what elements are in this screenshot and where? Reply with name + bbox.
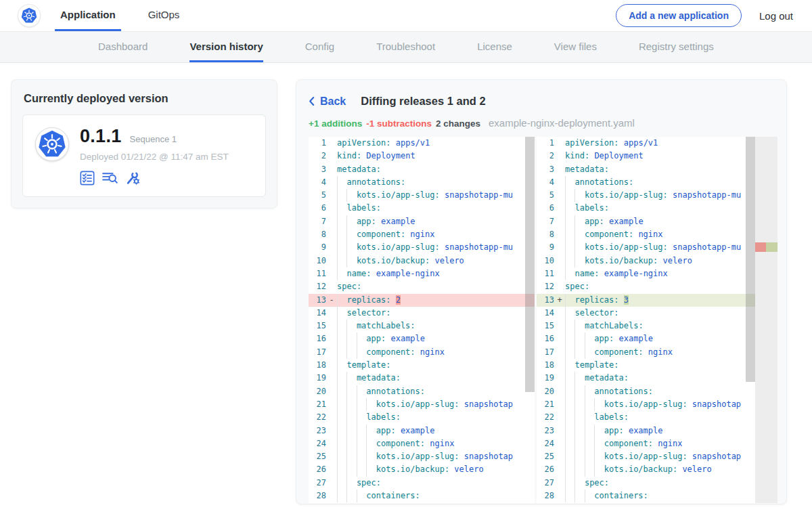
indent-guide bbox=[585, 411, 594, 424]
chevron-left-icon bbox=[309, 96, 315, 106]
indent-guide bbox=[574, 320, 584, 332]
code-text: app: example bbox=[604, 425, 663, 437]
diff-sign bbox=[554, 137, 565, 150]
code-line: 7app: example bbox=[309, 215, 535, 228]
code-line: 6labels: bbox=[537, 202, 777, 215]
diff-sign bbox=[326, 150, 337, 162]
code-line: 26kots.io/backup: velero bbox=[537, 463, 777, 476]
line-number: 25 bbox=[309, 450, 326, 463]
indent-guide bbox=[574, 437, 584, 450]
code-line: 14selector: bbox=[537, 307, 777, 320]
back-button[interactable]: Back bbox=[309, 95, 346, 108]
diff-pane-modified[interactable]: 1apiVersion: apps/v12kind: Deployment3me… bbox=[537, 137, 777, 503]
tab-version-history[interactable]: Version history bbox=[189, 32, 263, 62]
indent-guide bbox=[574, 255, 584, 267]
indent-guide bbox=[574, 477, 584, 490]
indent-guide bbox=[337, 437, 346, 450]
code-text: kots.io/backup: velero bbox=[357, 255, 464, 267]
logout-link[interactable]: Log out bbox=[759, 10, 793, 22]
indent-guide bbox=[565, 359, 574, 372]
tab-application[interactable]: Application bbox=[55, 0, 121, 31]
line-number: 23 bbox=[537, 425, 554, 437]
diff-pane-original[interactable]: 1apiVersion: apps/v12kind: Deployment3me… bbox=[309, 137, 535, 503]
tab-view-files[interactable]: View files bbox=[554, 32, 597, 62]
diff-sign bbox=[554, 411, 565, 424]
code-line: 13-replicas: 2 bbox=[309, 294, 535, 307]
version-label: 0.1.1 bbox=[80, 126, 122, 147]
diff-sign bbox=[326, 359, 337, 372]
release-notes-checklist-icon[interactable] bbox=[80, 171, 95, 186]
indent-guide bbox=[585, 346, 594, 359]
diff-panes: 1apiVersion: apps/v12kind: Deployment3me… bbox=[309, 137, 777, 503]
tab-gitops[interactable]: GitOps bbox=[143, 0, 185, 31]
indent-guide bbox=[346, 320, 356, 332]
diff-filename: example-nginx-deployment.yaml bbox=[489, 117, 635, 129]
tab-dashboard[interactable]: Dashboard bbox=[98, 32, 148, 62]
code-line: 23app: example bbox=[309, 425, 535, 437]
indent-guide bbox=[357, 490, 366, 502]
code-text: kots.io/app-slug: snapshotapp-mu bbox=[357, 189, 513, 202]
indent-guide bbox=[337, 332, 346, 345]
diff-sign bbox=[326, 280, 337, 293]
line-number: 21 bbox=[537, 398, 554, 411]
add-application-button[interactable]: Add a new application bbox=[616, 4, 742, 27]
code-text: spec: bbox=[585, 477, 609, 490]
code-text: selector: bbox=[574, 307, 618, 320]
tab-troubleshoot[interactable]: Troubleshoot bbox=[376, 32, 435, 62]
indent-guide bbox=[565, 437, 574, 450]
indent-guide bbox=[337, 267, 346, 280]
line-number: 15 bbox=[537, 320, 554, 332]
diff-sign bbox=[326, 450, 337, 463]
indent-guide bbox=[346, 490, 356, 502]
indent-guide bbox=[337, 215, 346, 228]
code-line: 16app: example bbox=[309, 332, 535, 345]
indent-guide bbox=[574, 490, 584, 502]
code-line: 10kots.io/backup: velero bbox=[537, 255, 777, 267]
indent-guide bbox=[337, 307, 346, 320]
diff-sign bbox=[554, 307, 565, 320]
code-text: component: nginx bbox=[585, 228, 663, 241]
code-line: 25kots.io/app-slug: snapshotap bbox=[537, 450, 777, 463]
diff-sign bbox=[326, 228, 337, 241]
indent-guide bbox=[565, 255, 574, 267]
diff-sign bbox=[554, 425, 565, 437]
code-text: component: nginx bbox=[594, 346, 673, 359]
indent-guide bbox=[346, 411, 356, 424]
code-line: 21kots.io/app-slug: snapshotap bbox=[309, 398, 535, 411]
indent-guide bbox=[337, 176, 346, 189]
indent-guide bbox=[337, 398, 346, 411]
indent-guide bbox=[565, 463, 574, 476]
indent-guide bbox=[594, 463, 604, 476]
indent-guide bbox=[565, 320, 574, 332]
changes-count: 2 changes bbox=[436, 118, 480, 129]
tab-license[interactable]: License bbox=[477, 32, 512, 62]
line-number: 7 bbox=[537, 215, 554, 228]
line-number: 28 bbox=[537, 490, 554, 502]
currently-deployed-card: Currently deployed version 0.1.1 Sequenc… bbox=[11, 79, 277, 209]
indent-guide bbox=[565, 346, 574, 359]
scrollbar-thumb[interactable] bbox=[525, 137, 535, 392]
line-number: 2 bbox=[309, 150, 326, 162]
line-number: 6 bbox=[537, 202, 554, 215]
code-text: matchLabels: bbox=[357, 320, 415, 332]
indent-guide bbox=[574, 189, 584, 202]
code-text: kots.io/app-slug: snapshotapp-mu bbox=[357, 241, 513, 254]
tab-config[interactable]: Config bbox=[305, 32, 334, 62]
code-line: 18template: bbox=[537, 359, 777, 372]
indent-guide bbox=[346, 346, 356, 359]
tab-registry-settings[interactable]: Registry settings bbox=[639, 32, 714, 62]
indent-guide bbox=[574, 241, 584, 254]
code-text: kots.io/backup: velero bbox=[585, 255, 692, 267]
line-number: 8 bbox=[537, 228, 554, 241]
code-text: labels: bbox=[346, 202, 381, 215]
troubleshoot-wrench-gear-icon[interactable] bbox=[125, 170, 141, 186]
added-marker bbox=[766, 242, 777, 252]
indent-guide bbox=[337, 450, 346, 463]
scrollbar-thumb[interactable] bbox=[746, 137, 755, 382]
view-diff-lines-magnifier-icon[interactable] bbox=[102, 170, 118, 186]
line-number: 15 bbox=[309, 320, 326, 332]
code-line: 18template: bbox=[309, 359, 535, 372]
code-text: spec: bbox=[565, 280, 589, 293]
code-text: name: example-nginx bbox=[346, 267, 439, 280]
line-number: 19 bbox=[537, 372, 554, 385]
